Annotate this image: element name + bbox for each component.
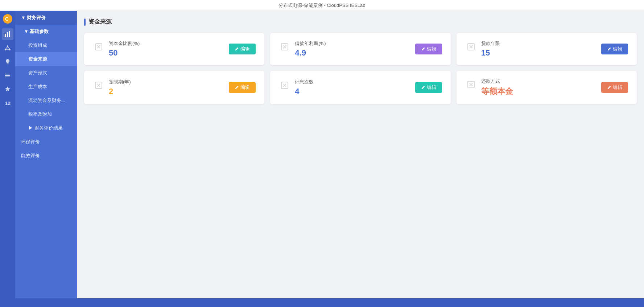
- card-repayment-method-label: 还款方式: [481, 78, 513, 85]
- svg-rect-14: [5, 77, 10, 77]
- bottom-bar: [0, 298, 644, 307]
- chart-sidebar-icon[interactable]: [2, 28, 13, 40]
- nav-subsection-basic-params-label: ▼ 基础参数: [24, 28, 49, 35]
- top-bar: 分布式电源-储能案例 - CloudPSS IESLab: [0, 0, 644, 11]
- svg-line-9: [8, 47, 10, 49]
- svg-point-5: [7, 45, 8, 47]
- svg-rect-13: [5, 75, 10, 76]
- nav-item-investment-composition[interactable]: 投资组成: [15, 38, 77, 52]
- card-capital-ratio: 资本金比例(%) 50 编辑: [84, 33, 264, 65]
- card-capital-ratio-info: 资本金比例(%) 50: [109, 40, 140, 58]
- nav-item-tax-rate-label: 税率及附加: [28, 111, 52, 118]
- number-sidebar-icon[interactable]: 123: [2, 97, 13, 109]
- card-capital-ratio-label: 资本金比例(%): [109, 40, 140, 47]
- card-interest-count-icon: [279, 79, 290, 91]
- app-title: 分布式电源-储能案例 - CloudPSS IESLab: [278, 2, 365, 9]
- nav-item-asset-form-label: 资产形式: [28, 70, 47, 76]
- nav-item-working-capital[interactable]: 流动资金及财务...: [15, 94, 77, 107]
- nav-section-financial[interactable]: ▼ 财务评价: [15, 11, 77, 25]
- card-capital-ratio-left: 资本金比例(%) 50: [93, 40, 140, 58]
- bulb-sidebar-icon[interactable]: [2, 56, 13, 67]
- nav-sidebar: ▼ 财务评价 ▼ 基础参数 投资组成 资金来源 资产形式 生产成本 流动资金及财…: [15, 11, 77, 298]
- svg-text:C: C: [5, 16, 9, 22]
- card-grace-period-left: 宽限期(年) 2: [93, 79, 131, 96]
- card-loan-rate-label: 借款年利率(%): [295, 40, 326, 47]
- nav-item-energy-eval[interactable]: 能效评价: [15, 149, 77, 163]
- list-sidebar-icon[interactable]: [2, 70, 13, 81]
- app-logo: C: [3, 14, 13, 24]
- nav-subsection-basic-params[interactable]: ▼ 基础参数: [15, 25, 77, 38]
- card-loan-rate-value: 4.9: [295, 48, 326, 58]
- card-interest-count-label: 计息次数: [295, 79, 314, 85]
- icon-sidebar: C: [0, 11, 15, 298]
- card-loan-rate: 借款年利率(%) 4.9 编辑: [270, 33, 450, 65]
- card-repayment-method-value: 等额本金: [481, 86, 513, 97]
- nav-item-financial-results[interactable]: ▶ 财务评价结果: [15, 121, 77, 135]
- card-interest-count: 计息次数 4 编辑: [270, 71, 450, 104]
- card-grace-period-label: 宽限期(年): [109, 79, 131, 85]
- card-interest-count-left: 计息次数 4: [279, 79, 314, 96]
- card-loan-term-label: 贷款年限: [481, 40, 500, 47]
- card-capital-ratio-value: 50: [109, 48, 140, 58]
- card-interest-count-value: 4: [295, 87, 314, 96]
- network-sidebar-icon[interactable]: [2, 42, 13, 54]
- nav-section-financial-label: ▼ 财务评价: [21, 15, 46, 21]
- svg-line-8: [5, 47, 8, 49]
- card-capital-ratio-icon: [93, 41, 104, 53]
- nav-item-production-cost[interactable]: 生产成本: [15, 80, 77, 94]
- page-title: 资金来源: [88, 18, 112, 26]
- edit-btn-capital-ratio[interactable]: 编辑: [229, 44, 256, 54]
- nav-item-working-capital-label: 流动资金及财务...: [28, 97, 65, 104]
- nav-item-env-eval[interactable]: 环保评价: [15, 135, 77, 149]
- svg-rect-4: [9, 31, 10, 37]
- nav-item-capital-source-label: 资金来源: [28, 56, 47, 62]
- svg-rect-3: [7, 32, 8, 37]
- card-loan-term-icon: [465, 41, 477, 53]
- card-loan-term-left: 贷款年限 15: [465, 40, 500, 58]
- nav-item-tax-rate[interactable]: 税率及附加: [15, 107, 77, 121]
- card-repayment-method: 还款方式 等额本金 编辑: [457, 71, 637, 104]
- svg-rect-11: [7, 64, 9, 64]
- svg-rect-2: [5, 34, 6, 37]
- card-loan-term: 贷款年限 15 编辑: [457, 33, 637, 65]
- nav-item-production-cost-label: 生产成本: [28, 83, 47, 90]
- page-title-bar: [84, 19, 86, 26]
- badge-sidebar-icon[interactable]: [2, 83, 13, 95]
- content-area: 资金来源 资本金比例(%) 50: [77, 11, 644, 298]
- card-grace-period-value: 2: [109, 87, 131, 96]
- svg-text:123: 123: [5, 101, 11, 106]
- card-interest-count-info: 计息次数 4: [295, 79, 314, 96]
- card-grace-period-icon: [93, 79, 104, 91]
- card-repayment-method-left: 还款方式 等额本金: [465, 78, 513, 97]
- nav-item-env-eval-label: 环保评价: [21, 139, 40, 145]
- nav-item-financial-results-label: ▶ 财务评价结果: [28, 125, 63, 131]
- nav-item-investment-composition-label: 投资组成: [28, 42, 47, 49]
- card-loan-term-info: 贷款年限 15: [481, 40, 500, 58]
- cards-grid: 资本金比例(%) 50 编辑: [84, 33, 637, 104]
- page-title-row: 资金来源: [84, 18, 637, 26]
- card-grace-period: 宽限期(年) 2 编辑: [84, 71, 264, 104]
- card-loan-rate-icon: [279, 41, 290, 53]
- card-grace-period-info: 宽限期(年) 2: [109, 79, 131, 96]
- card-repayment-method-icon: [465, 79, 477, 90]
- svg-rect-12: [5, 74, 10, 74]
- card-loan-rate-left: 借款年利率(%) 4.9: [279, 40, 326, 58]
- nav-item-capital-source[interactable]: 资金来源: [15, 52, 77, 66]
- edit-btn-loan-rate[interactable]: 编辑: [415, 44, 442, 54]
- nav-item-energy-eval-label: 能效评价: [21, 152, 40, 159]
- edit-btn-repayment-method[interactable]: 编辑: [601, 82, 628, 93]
- card-loan-rate-info: 借款年利率(%) 4.9: [295, 40, 326, 58]
- card-loan-term-value: 15: [481, 48, 500, 58]
- card-repayment-method-info: 还款方式 等额本金: [481, 78, 513, 97]
- nav-item-asset-form[interactable]: 资产形式: [15, 66, 77, 80]
- edit-btn-grace-period[interactable]: 编辑: [229, 82, 256, 93]
- edit-btn-interest-count[interactable]: 编辑: [415, 82, 442, 93]
- edit-btn-loan-term[interactable]: 编辑: [601, 44, 628, 54]
